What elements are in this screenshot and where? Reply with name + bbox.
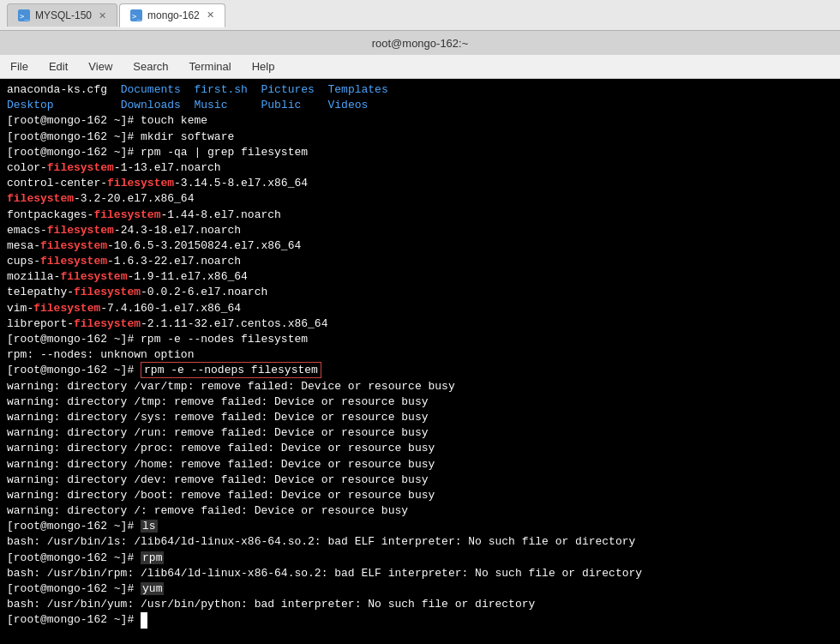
line-warn-proc: warning: directory /proc: remove failed:… [7,442,435,454]
menu-terminal[interactable]: Terminal [186,58,235,75]
line-mozilla-fs: mozilla-filesystem-1.9-11.el7.x86_64 [7,270,248,283]
line-warn-vartmp: warning: directory /var/tmp: remove fail… [7,380,455,393]
line-vim-fs: vim-filesystem-7.4.160-1.el7.x86_64 [7,302,241,315]
line-rpm-cmd: [root@mongo-162 ~]# rpm [7,551,164,564]
tab-close-button-2[interactable]: ✕ [207,9,214,21]
line-files: anaconda-ks.cfg Documents first.sh Pictu… [7,83,388,111]
terminal-icon: >_ [18,9,30,21]
terminal-header: root@mongo-162:~ [0,31,840,55]
line-color-fs: color-filesystem-1-13.el7.noarch [7,161,221,174]
tab-label-2: mongo-162 [147,9,200,21]
line-ls-cmd: [root@mongo-162 ~]# ls [7,520,158,533]
line-rpm-e-nodes: [root@mongo-162 ~]# rpm -e --nodes files… [7,333,308,346]
tab-label: MYSQL-150 [35,9,92,21]
menu-help[interactable]: Help [249,58,279,75]
svg-text:>_: >_ [20,12,29,21]
line-fontpkg-fs: fontpackages-filesystem-1.44-8.el7.noarc… [7,208,281,221]
line-unknown-option: rpm: --nodes: unknown option [7,348,194,361]
line-warn-tmp: warning: directory /tmp: remove failed: … [7,395,428,408]
line-warn-home: warning: directory /home: remove failed:… [7,458,435,471]
menu-bar: File Edit View Search Terminal Help [0,55,840,79]
terminal-body[interactable]: anaconda-ks.cfg Documents first.sh Pictu… [0,79,840,644]
menu-file[interactable]: File [7,58,32,75]
line-rpm-qa: [root@mongo-162 ~]# rpm -qa | grep files… [7,146,308,159]
line-touch: [root@mongo-162 ~]# touch keme [7,114,207,127]
line-yum-cmd: [root@mongo-162 ~]# yum [7,582,164,595]
menu-search[interactable]: Search [129,58,171,75]
line-final-prompt: [root@mongo-162 ~]# [7,613,147,626]
menu-view[interactable]: View [85,58,116,75]
line-control-center-fs: control-center-filesystem-3.14.5-8.el7.x… [7,177,308,190]
terminal-icon-2: >_ [130,9,142,21]
line-cups-fs: cups-filesystem-1.6.3-22.el7.noarch [7,255,241,268]
line-rpm-nodeps-boxed: [root@mongo-162 ~]# rpm -e --nodeps file… [7,362,321,378]
line-telepathy-fs: telepathy-filesystem-0.0.2-6.el7.noarch [7,286,267,298]
line-warn-run: warning: directory /run: remove failed: … [7,426,428,439]
line-mesa-fs: mesa-filesystem-10.6.5-3.20150824.el7.x8… [7,239,301,252]
line-mkdir: [root@mongo-162 ~]# mkdir software [7,130,234,143]
line-rpm-error: bash: /usr/bin/rpm: /lib64/ld-linux-x86-… [7,567,642,580]
line-fs: filesystem-3.2-20.el7.x86_64 [7,192,194,205]
line-warn-sys: warning: directory /sys: remove failed: … [7,411,428,424]
line-warn-dev: warning: directory /dev: remove failed: … [7,473,428,486]
svg-text:>_: >_ [132,12,141,21]
line-libreport-fs: libreport-filesystem-2.1.11-32.el7.cento… [7,317,327,330]
menu-edit[interactable]: Edit [45,58,71,75]
terminal-title: root@mongo-162:~ [372,37,469,50]
line-ls-error: bash: /usr/bin/ls: /lib64/ld-linux-x86-6… [7,535,635,548]
line-yum-error: bash: /usr/bin/yum: /usr/bin/python: bad… [7,598,535,611]
title-bar: >_ MYSQL-150 ✕ >_ mongo-162 ✕ [0,0,840,31]
tab-mongo162[interactable]: >_ mongo-162 ✕ [119,3,225,27]
tab-mysql150[interactable]: >_ MYSQL-150 ✕ [7,3,117,27]
tab-close-button[interactable]: ✕ [99,10,106,21]
line-warn-root: warning: directory /: remove failed: Dev… [7,504,408,517]
line-emacs-fs: emacs-filesystem-24.3-18.el7.noarch [7,224,241,237]
line-warn-boot: warning: directory /boot: remove failed:… [7,489,435,502]
